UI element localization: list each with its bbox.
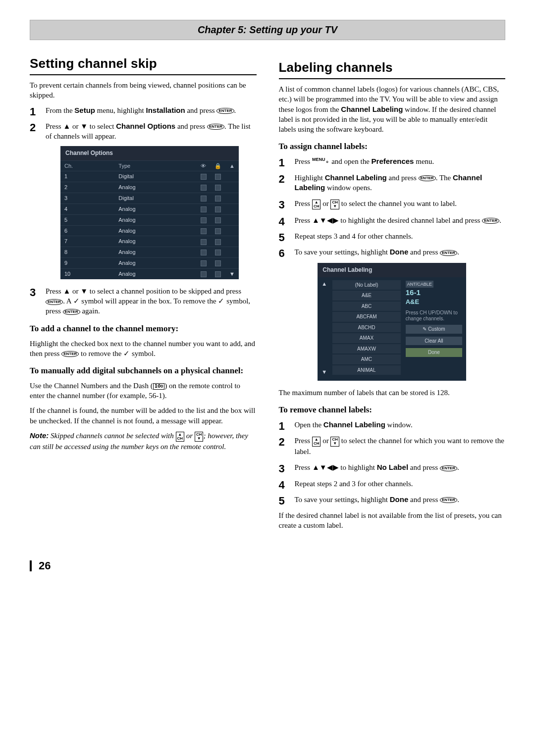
- remove-steps: Open the Channel Labeling window. Press …: [279, 420, 506, 504]
- subhead-add-channel: To add a channel to the channel memory:: [30, 323, 257, 335]
- channel-labeling-osd: Channel Labeling ▲▼ (No Label)A&EABCABCF…: [318, 263, 466, 381]
- bold: Channel Labeling: [325, 173, 387, 182]
- cell-type: Analog: [114, 225, 197, 236]
- subhead-remove: To remove channel labels:: [279, 404, 506, 416]
- cell-view: [197, 182, 211, 193]
- cell-lock: [211, 268, 225, 279]
- enter-icon: ENTER: [61, 351, 79, 357]
- text: or: [321, 437, 330, 445]
- osd-row: 10Analog▼: [60, 268, 239, 279]
- osd-title-text: Channel Options: [65, 150, 113, 156]
- assign-step-5: Repeat steps 3 and 4 for other channels.: [279, 231, 506, 241]
- cell-view: [197, 171, 211, 182]
- remove-step-5: To save your settings, highlight Done an…: [279, 495, 506, 504]
- osd-header-row: Ch. Type 👁 🔒 ▲: [60, 160, 239, 171]
- cell-view: [197, 268, 211, 279]
- enter-icon: ENTER: [216, 108, 234, 114]
- cell-scroll: [225, 236, 239, 247]
- osd-title: Channel Options: [60, 146, 239, 160]
- osd2-list-item: ABC: [332, 302, 400, 311]
- text: and press: [185, 106, 217, 114]
- osd2-label-list: (No Label)A&EABCABCFAMABCHDAMAXAMAXWAMCA…: [332, 280, 400, 376]
- skip-step-2: Press ▲ or ▼ to select Channel Options a…: [30, 121, 257, 279]
- cell-view: [197, 247, 211, 258]
- text: menu, highlight: [95, 106, 146, 114]
- osd2-list-item: ABCFAM: [332, 312, 400, 322]
- remove-step-2: Press ▲ CH or CH ▼ to select the channel…: [279, 436, 506, 456]
- cell-lock: [211, 247, 225, 258]
- bold: Preferences: [372, 157, 414, 165]
- note-label: Note:: [30, 431, 49, 440]
- clear-button: Clear All: [406, 337, 463, 346]
- custom-button: ✎ Custom: [406, 325, 463, 334]
- channel-number: 16-1: [406, 288, 463, 298]
- ch-up-key-icon: ▲ CH: [176, 432, 185, 442]
- intro-skip: To prevent certain channels from being v…: [30, 80, 257, 101]
- src-label: ANT/CABLE: [406, 281, 433, 288]
- osd2-scroll-arrows: ▲▼: [321, 280, 327, 376]
- tail-note: If the desired channel label is not avai…: [279, 510, 506, 531]
- cell-lock: [211, 214, 225, 225]
- dash-key-icon: 1̄0̄0: [153, 383, 165, 390]
- remove-step-4: Repeat steps 2 and 3 for other channels.: [279, 479, 506, 489]
- osd2-list-item: AMC: [332, 354, 400, 364]
- cell-scroll: [225, 247, 239, 258]
- osd-row: 4Analog: [60, 203, 239, 214]
- channel-name: A&E: [406, 298, 463, 306]
- osd2-list-item: AMAXW: [332, 344, 400, 354]
- subhead-manual-sub: To manually add digital subchannels on a…: [30, 365, 257, 377]
- osd2-side-panel: ANT/CABLE 16-1 A&E Press CH UP/DOWN to c…: [406, 280, 463, 376]
- cell-scroll: [225, 171, 239, 182]
- text: and press: [408, 463, 440, 471]
- text: menu.: [414, 157, 434, 165]
- note: Note: Skipped channels cannot be selecte…: [30, 431, 257, 452]
- enter-icon: ENTER: [440, 250, 457, 256]
- right-column: Labeling channels A list of common chann…: [279, 55, 506, 536]
- text: . The: [436, 174, 453, 182]
- cell-lock: [211, 225, 225, 236]
- text: To save your settings, highlight: [295, 496, 390, 504]
- cell-type: Analog: [114, 247, 197, 258]
- channel-options-osd: Channel Options Ch. Type 👁 🔒 ▲ 1Digital2…: [60, 146, 239, 279]
- cell-ch: 9: [60, 258, 114, 269]
- ch-up-key-icon: ▲ CH: [312, 200, 321, 209]
- cell-type: Digital: [114, 193, 197, 204]
- text: window opens.: [325, 184, 372, 192]
- text: again.: [80, 307, 100, 315]
- text: or: [321, 200, 330, 207]
- assign-step-6: To save your settings, highlight Done an…: [279, 247, 506, 257]
- menu-key-icon: MENU: [312, 157, 325, 162]
- cell-scroll: ▼: [225, 268, 239, 279]
- cell-ch: 7: [60, 236, 114, 247]
- intro-labeling: A list of common channel labels (logos) …: [279, 84, 506, 134]
- ch-down-key-icon: CH ▼: [195, 432, 204, 442]
- section-title-labeling: Labeling channels: [279, 59, 506, 79]
- note-text: Skipped channels cannot be selected with: [49, 432, 175, 440]
- cell-ch: 10: [60, 268, 114, 279]
- cell-view: [197, 214, 211, 225]
- skip-steps: From the Setup menu, highlight Installat…: [30, 105, 257, 316]
- cell-type: Analog: [114, 258, 197, 269]
- osd-row: 2Analog: [60, 182, 239, 193]
- osd2-list-item: AMAX: [332, 333, 400, 343]
- note-text: or: [184, 432, 195, 440]
- osd-table: Ch. Type 👁 🔒 ▲ 1Digital2Analog3Digital4A…: [60, 160, 239, 279]
- osd2-list-item: (No Label): [332, 280, 400, 290]
- cell-ch: 6: [60, 225, 114, 236]
- bold: No Label: [377, 463, 408, 471]
- ch-down-key-icon: CH ▼: [330, 200, 339, 209]
- cell-type: Digital: [114, 171, 197, 182]
- text: .: [499, 216, 501, 224]
- text: window.: [385, 421, 413, 429]
- osd-row: 3Digital: [60, 193, 239, 204]
- osd2-list-item: ANIMAL: [332, 365, 400, 375]
- scroll-up-icon: ▲: [225, 160, 239, 171]
- cell-view: [197, 193, 211, 204]
- osd-row: 6Analog: [60, 225, 239, 236]
- osd-row: 9Analog: [60, 258, 239, 269]
- text: Press ▲ or ▼ to select: [46, 122, 116, 130]
- bold: Channel Labeling: [323, 420, 385, 429]
- text: From the: [46, 106, 74, 114]
- text: Press: [295, 200, 312, 207]
- cell-lock: [211, 182, 225, 193]
